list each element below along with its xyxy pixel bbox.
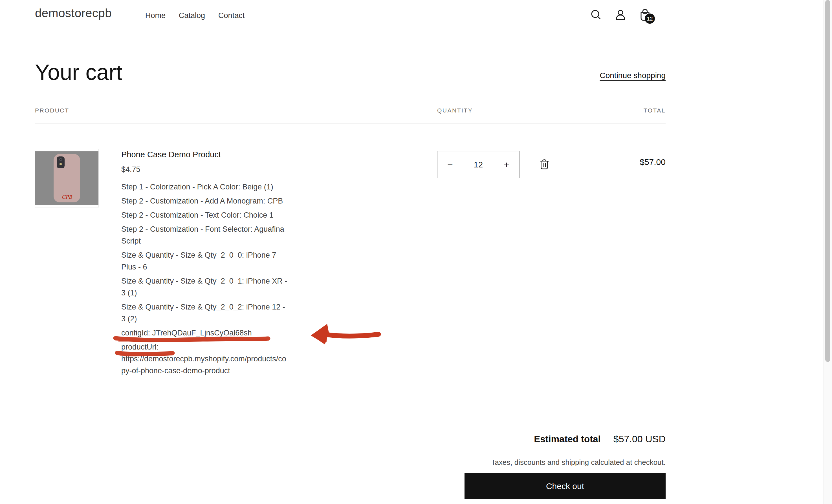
search-icon xyxy=(590,8,602,21)
column-header-product: PRODUCT xyxy=(35,107,69,114)
quantity-stepper: − 12 + xyxy=(437,151,520,178)
column-header-total: TOTAL xyxy=(644,107,666,114)
product-option: Step 2 - Customization - Text Color: Cho… xyxy=(121,209,288,221)
divider xyxy=(35,394,666,394)
estimated-total-label: Estimated total xyxy=(534,434,601,445)
cart-page: demostorecpb HomeCatalogContact xyxy=(0,0,832,504)
site-header: demostorecpb HomeCatalogContact xyxy=(0,0,824,39)
remove-item-button[interactable] xyxy=(538,157,551,171)
annotation-arrow xyxy=(311,324,379,344)
main-nav: HomeCatalogContact xyxy=(145,11,244,20)
quantity-input[interactable]: 12 xyxy=(463,160,494,169)
trash-icon xyxy=(538,157,551,171)
nav-link[interactable]: Home xyxy=(145,11,165,20)
vertical-scrollbar xyxy=(824,0,832,504)
product-option: Size & Quantity - Size & Qty_2_0_0: iPho… xyxy=(121,249,288,273)
product-option: Step 1 - Colorization - Pick A Color: Be… xyxy=(121,181,288,193)
search-button[interactable] xyxy=(590,8,602,21)
nav-link[interactable]: Contact xyxy=(218,11,244,20)
checkout-button[interactable]: Check out xyxy=(465,473,666,499)
column-header-quantity: QUANTITY xyxy=(437,107,473,114)
estimated-total-row: Estimated total $57.00 USD xyxy=(534,433,666,445)
quantity-decrease-button[interactable]: − xyxy=(437,151,463,178)
monogram-text: CPB xyxy=(54,194,80,200)
nav-link[interactable]: Catalog xyxy=(179,11,205,20)
quantity-increase-button[interactable]: + xyxy=(494,151,519,178)
header-icons: 12 xyxy=(590,8,651,21)
product-option: Step 2 - Customization - Add A Monogram:… xyxy=(121,195,288,207)
product-thumbnail[interactable]: CPB xyxy=(35,149,99,208)
product-options: Step 1 - Colorization - Pick A Color: Be… xyxy=(121,181,288,377)
cart-count-badge: 12 xyxy=(645,14,655,24)
product-image: CPB xyxy=(35,151,99,205)
taxes-note: Taxes, discounts and shipping calculated… xyxy=(491,458,666,467)
product-price: $4.75 xyxy=(121,165,288,174)
scrollbar-thumb[interactable] xyxy=(825,0,830,362)
phone-camera-graphic xyxy=(57,156,64,168)
product-option: productUrl: https://demostorecpb.myshopi… xyxy=(121,341,288,377)
product-option: Size & Quantity - Size & Qty_2_0_1: iPho… xyxy=(121,275,288,299)
divider xyxy=(35,124,666,124)
account-button[interactable] xyxy=(614,8,627,21)
line-item-total: $57.00 xyxy=(640,157,666,167)
product-option: Step 2 - Customization - Font Selector: … xyxy=(121,223,288,247)
account-icon xyxy=(614,8,627,21)
store-logo[interactable]: demostorecpb xyxy=(35,6,112,20)
cart-button[interactable]: 12 xyxy=(639,8,651,21)
phone-case-graphic: CPB xyxy=(54,154,80,203)
product-details: Phone Case Demo Product $4.75 Step 1 - C… xyxy=(121,150,288,379)
estimated-total-value: $57.00 USD xyxy=(614,433,666,445)
product-option: Size & Quantity - Size & Qty_2_0_2: iPho… xyxy=(121,301,288,325)
page-title: Your cart xyxy=(35,59,122,86)
product-name[interactable]: Phone Case Demo Product xyxy=(121,150,288,160)
product-option: configId: JTrehQDauF_LjnsCyOal68sh xyxy=(121,327,288,339)
continue-shopping-link[interactable]: Continue shopping xyxy=(600,71,666,80)
